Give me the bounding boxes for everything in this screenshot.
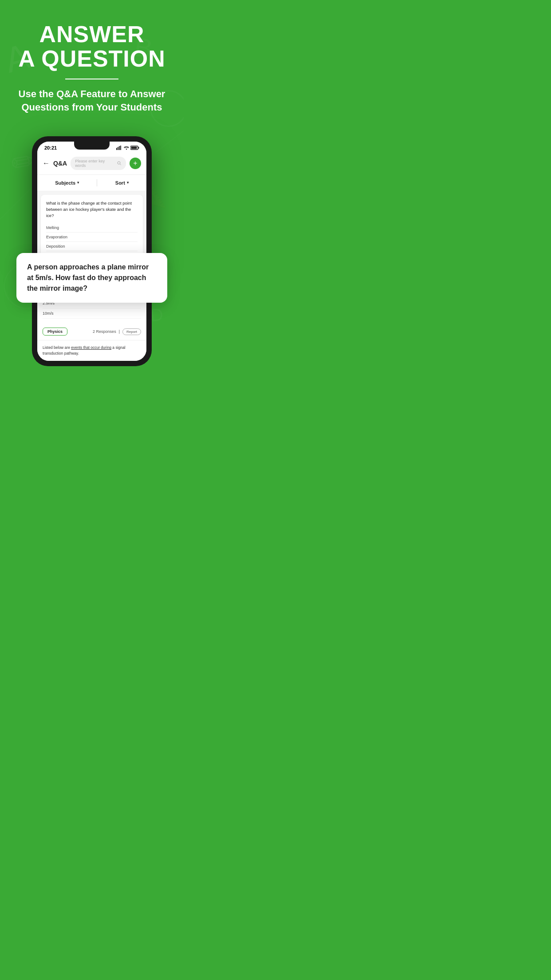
svg-point-17 (118, 162, 120, 164)
subject-badge[interactable]: Physics (43, 328, 67, 336)
search-icon (117, 161, 122, 166)
search-placeholder: Please enter key words (75, 159, 115, 168)
svg-rect-12 (120, 146, 121, 150)
hero-section: ANSWER A QUESTION Use the Q&A Feature to… (0, 0, 184, 123)
status-icons (116, 146, 139, 150)
subjects-chevron-icon: ▾ (77, 181, 79, 185)
svg-point-13 (126, 148, 127, 149)
floating-question-text: A person approaches a plane mirror at 5m… (27, 262, 157, 294)
separator: | (119, 329, 120, 334)
answer-option-deposition[interactable]: Deposition (46, 242, 138, 251)
sort-chevron-icon: ▾ (127, 181, 129, 185)
answer-10ms[interactable]: 10m/s (43, 308, 141, 319)
answer-option-melting[interactable]: Melting (46, 223, 138, 233)
phone-notch (74, 142, 110, 150)
svg-rect-16 (131, 146, 137, 149)
question-card-footer: Physics 2 Responses | Report (37, 324, 146, 339)
answer-option-evaporation[interactable]: Evaporation (46, 233, 138, 242)
question-3-text: Listed below are events that occur durin… (43, 345, 141, 356)
back-button[interactable]: ← (43, 159, 50, 167)
question-1-text: What is the phase change at the contact … (46, 200, 138, 219)
hero-subtitle: Use the Q&A Feature to Answer Questions … (13, 87, 170, 114)
app-title-label: Q&A (53, 160, 67, 167)
sort-filter-button[interactable]: Sort ▾ (115, 180, 129, 186)
response-count: 2 Responses (93, 329, 116, 334)
phone-screen: 20:21 (37, 142, 146, 269)
svg-rect-11 (119, 146, 120, 150)
svg-line-18 (120, 164, 122, 165)
question-preview: Listed below are events that occur durin… (37, 340, 146, 361)
status-time: 20:21 (44, 145, 57, 150)
svg-rect-10 (118, 147, 118, 150)
svg-rect-9 (116, 148, 117, 150)
search-bar[interactable]: Please enter key words (71, 157, 126, 170)
app-header: ← Q&A Please enter key words + (37, 152, 146, 175)
floating-question-card: A person approaches a plane mirror at 5m… (16, 253, 167, 303)
report-button[interactable]: Report (122, 328, 141, 335)
svg-rect-15 (138, 147, 139, 149)
filter-bar: Subjects ▾ Sort ▾ (37, 175, 146, 191)
hero-divider (65, 79, 118, 79)
hero-title: ANSWER A QUESTION (13, 22, 170, 71)
response-info: 2 Responses | Report (93, 328, 141, 335)
add-question-button[interactable]: + (130, 158, 141, 169)
subjects-filter-button[interactable]: Subjects ▾ (55, 180, 79, 186)
